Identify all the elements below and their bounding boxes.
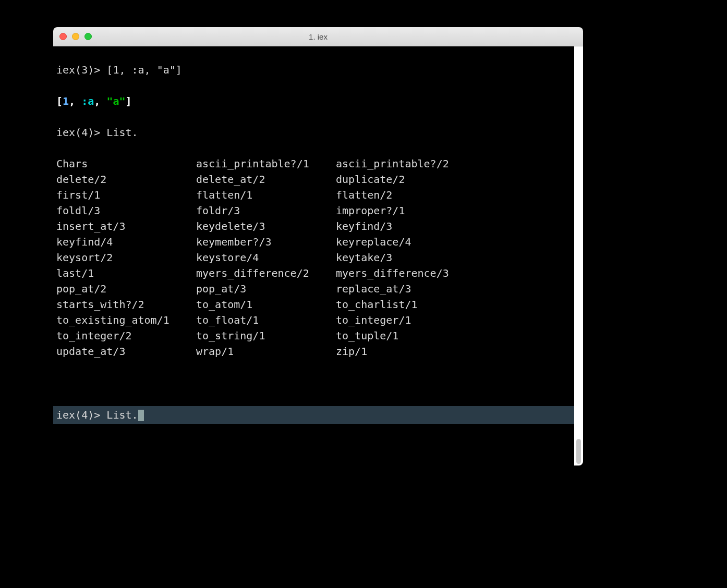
completion-item: delete/2 [56,172,196,187]
completion-item: myers_difference/2 [196,265,336,281]
titlebar[interactable]: 1. iex [53,27,583,46]
completion-item: keydelete/3 [196,218,336,234]
close-icon[interactable] [59,33,67,40]
completion-item: update_at/3 [56,344,196,359]
terminal-body: iex(3)> [1, :a, "a"] [1, :a, "a"] iex(4)… [53,46,583,466]
bracket-open: [ [56,95,63,107]
completion-item: myers_difference/3 [336,265,476,281]
prompt: iex(4)> [56,126,100,139]
result-line: [1, :a, "a"] [53,93,574,109]
completion-item: zip/1 [336,344,476,359]
completion-item: to_string/1 [196,328,336,344]
minimize-icon[interactable] [72,33,79,40]
completion-item: keystore/4 [196,250,336,265]
comma: , [69,95,81,107]
completion-item: duplicate/2 [336,172,476,187]
scrollbar[interactable] [574,46,583,466]
blank-line [53,375,574,390]
prompt: iex(4)> [56,409,100,421]
completion-item: last/1 [56,265,196,281]
completion-item: keyfind/4 [56,234,196,250]
completion-item: to_atom/1 [196,297,336,312]
completion-item: pop_at/3 [196,281,336,297]
zoom-icon[interactable] [84,33,92,40]
scrollbar-thumb[interactable] [576,439,581,464]
completion-item: keymember?/3 [196,234,336,250]
completion-item: ascii_printable?/2 [336,156,476,172]
input-text: [1, :a, "a"] [106,64,182,76]
completion-item: to_charlist/1 [336,297,476,312]
completion-item: flatten/1 [196,187,336,203]
completion-item: flatten/2 [336,187,476,203]
desktop: 1. iex iex(3)> [1, :a, "a"] [1, :a, "a"]… [0,0,727,588]
completion-item: replace_at/3 [336,281,476,297]
completion-item: keyfind/3 [336,218,476,234]
window-controls [59,33,92,40]
completion-item: wrap/1 [196,344,336,359]
completion-item: insert_at/3 [56,218,196,234]
active-input-line[interactable]: iex(4)> List. [53,406,574,424]
literal-atom: :a [81,95,94,107]
completion-item: to_float/1 [196,312,336,328]
completion-item: pop_at/2 [56,281,196,297]
completion-item: to_integer/1 [336,312,476,328]
completion-item: starts_with?/2 [56,297,196,312]
current-input: List. [106,409,138,421]
completion-item: first/1 [56,187,196,203]
completion-item: keyreplace/4 [336,234,476,250]
history-line: iex(3)> [1, :a, "a"] [53,62,574,78]
cursor-icon [138,410,144,421]
literal-string: "a" [106,95,125,107]
completion-item: to_integer/2 [56,328,196,344]
completion-item: keytake/3 [336,250,476,265]
literal-number: 1 [63,95,69,107]
completion-item: Chars [56,156,196,172]
input-text: List. [106,126,138,139]
completion-item: to_tuple/1 [336,328,476,344]
history-line: iex(4)> List. [53,125,574,140]
terminal-output[interactable]: iex(3)> [1, :a, "a"] [1, :a, "a"] iex(4)… [53,46,574,466]
prompt: iex(3)> [56,64,100,76]
terminal-window: 1. iex iex(3)> [1, :a, "a"] [1, :a, "a"]… [53,27,583,466]
bracket-close: ] [126,95,132,107]
completion-item: foldl/3 [56,203,196,218]
completion-item: foldr/3 [196,203,336,218]
window-title: 1. iex [53,32,583,41]
completion-item: keysort/2 [56,250,196,265]
completion-item: delete_at/2 [196,172,336,187]
completion-item: ascii_printable?/1 [196,156,336,172]
comma: , [94,95,106,107]
completion-item: improper?/1 [336,203,476,218]
completion-list: Charsascii_printable?/1ascii_printable?/… [53,156,574,359]
completion-item: to_existing_atom/1 [56,312,196,328]
